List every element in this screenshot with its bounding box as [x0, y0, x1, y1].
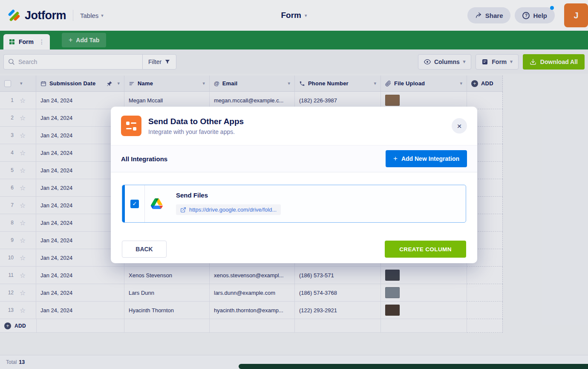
- integration-name: Send Files: [176, 192, 459, 199]
- modal-subtitle: Integrate with your favorite apps.: [148, 128, 244, 135]
- check-icon: ✓: [133, 200, 137, 207]
- modal-header: Send Data to Other Apps Integrate with y…: [111, 107, 477, 145]
- integration-card[interactable]: ✓ Send Files https://drive.google.: [122, 185, 466, 223]
- modal-title: Send Data to Other Apps: [148, 117, 244, 126]
- integration-checkbox[interactable]: ✓: [130, 200, 139, 208]
- card-checkbox-area: ✓: [125, 185, 144, 222]
- modal-subbar: All Integrations + Add New Integration: [111, 145, 477, 172]
- google-drive-icon: [145, 185, 169, 222]
- modal-body: ✓ Send Files https://drive.google.: [111, 172, 477, 223]
- toggles-icon: [126, 122, 136, 131]
- create-column-button[interactable]: CREATE COLUMN: [385, 241, 466, 258]
- all-integrations-title: All Integrations: [121, 155, 167, 163]
- add-new-integration-button[interactable]: + Add New Integration: [386, 150, 467, 167]
- integration-app-icon: [121, 116, 141, 136]
- integration-details: Send Files https://drive.google.com/driv…: [169, 185, 466, 222]
- external-link-icon: [180, 207, 186, 213]
- integrations-modal: Send Data to Other Apps Integrate with y…: [111, 107, 477, 263]
- back-button[interactable]: BACK: [122, 241, 167, 258]
- drive-folder-link[interactable]: https://drive.google.com/drive/fold...: [176, 204, 281, 215]
- modal-footer: BACK CREATE COLUMN: [111, 241, 477, 263]
- close-icon[interactable]: ×: [452, 118, 467, 134]
- add-new-integration-label: Add New Integration: [401, 155, 459, 162]
- plus-icon: +: [393, 154, 398, 163]
- modal-titles: Send Data to Other Apps Integrate with y…: [148, 117, 244, 135]
